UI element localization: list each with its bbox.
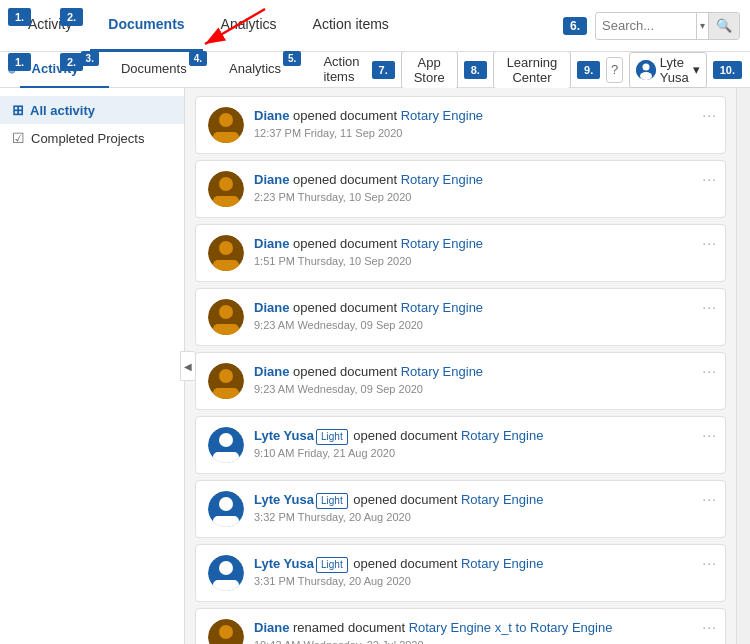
activity-item: Diane opened document Rotary Engine9:23 … <box>195 352 726 410</box>
svg-point-14 <box>219 177 233 191</box>
search-dropdown-btn[interactable]: ▾ <box>696 13 708 39</box>
user-name: Diane <box>254 108 289 123</box>
check-icon: ☑ <box>12 130 25 146</box>
activity-text: Diane renamed document Rotary Engine x_t… <box>254 619 713 637</box>
user-name: Lyte Yusa <box>254 492 314 507</box>
tab-action-items-top[interactable]: Action items <box>295 0 407 52</box>
sidebar-collapse-button[interactable]: ◀ <box>180 351 196 381</box>
grid-icon: ⊞ <box>12 102 24 118</box>
learning-center-button[interactable]: Learning Center <box>493 51 571 89</box>
avatar <box>208 299 244 335</box>
document-link[interactable]: Rotary Engine <box>401 364 483 379</box>
avatar <box>208 363 244 399</box>
activity-menu-button[interactable]: ··· <box>702 107 717 123</box>
help-button[interactable]: ? <box>606 57 622 83</box>
activity-item: Diane opened document Rotary Engine9:23 … <box>195 288 726 346</box>
avatar <box>208 491 244 527</box>
activity-content: Lyte YusaLight opened document Rotary En… <box>254 491 713 523</box>
document-link[interactable]: Rotary Engine <box>401 172 483 187</box>
tab-analytics-second[interactable]: Analytics 5. <box>217 52 311 88</box>
search-input[interactable] <box>596 18 696 33</box>
light-badge: Light <box>316 493 348 509</box>
svg-point-32 <box>219 561 233 575</box>
svg-rect-12 <box>213 132 239 143</box>
activity-content: Diane opened document Rotary Engine1:51 … <box>254 235 713 267</box>
activity-item: Lyte YusaLight opened document Rotary En… <box>195 480 726 538</box>
svg-point-35 <box>219 625 233 639</box>
user-menu-button[interactable]: Lyte Yusa ▾ <box>629 52 707 88</box>
svg-rect-24 <box>213 388 239 399</box>
document-link[interactable]: Rotary Engine <box>401 300 483 315</box>
activity-time: 9:23 AM Wednesday, 09 Sep 2020 <box>254 319 713 331</box>
activity-menu-button[interactable]: ··· <box>702 171 717 187</box>
activity-content: Lyte YusaLight opened document Rotary En… <box>254 427 713 459</box>
activity-content: Diane opened document Rotary Engine9:23 … <box>254 299 713 331</box>
svg-point-29 <box>219 497 233 511</box>
svg-point-20 <box>219 305 233 319</box>
avatar <box>208 619 244 644</box>
document-link[interactable]: Rotary Engine <box>401 108 483 123</box>
app-store-button[interactable]: App Store <box>401 51 458 89</box>
activity-menu-button[interactable]: ··· <box>702 235 717 251</box>
label-5: 5. <box>283 51 301 66</box>
search-box[interactable]: ▾ 🔍 <box>595 12 740 40</box>
document-link[interactable]: Rotary Engine <box>461 556 543 571</box>
activity-menu-button[interactable]: ··· <box>702 619 717 635</box>
tab-documents-top[interactable]: Documents <box>90 0 202 52</box>
user-name: Diane <box>254 172 289 187</box>
main-area: ⊞ All activity ☑ Completed Projects ◀ Di… <box>0 88 750 644</box>
light-badge: Light <box>316 557 348 573</box>
activity-feed: Diane opened document Rotary Engine12:37… <box>185 88 736 644</box>
label-7: 7. <box>372 61 395 79</box>
user-name: Diane <box>254 620 289 635</box>
avatar <box>208 235 244 271</box>
activity-menu-button[interactable]: ··· <box>702 555 717 571</box>
activity-time: 9:10 AM Friday, 21 Aug 2020 <box>254 447 713 459</box>
user-name: Diane <box>254 300 289 315</box>
activity-time: 2:23 PM Thursday, 10 Sep 2020 <box>254 191 713 203</box>
search-button[interactable]: 🔍 <box>708 13 739 39</box>
document-link[interactable]: Rotary Engine <box>461 428 543 443</box>
svg-point-9 <box>640 72 652 80</box>
label-8: 8. <box>464 61 487 79</box>
scrollbar[interactable] <box>736 88 750 644</box>
activity-time: 12:37 PM Friday, 11 Sep 2020 <box>254 127 713 139</box>
document-link[interactable]: Rotary Engine <box>401 236 483 251</box>
activity-item: Diane renamed document Rotary Engine x_t… <box>195 608 726 644</box>
second-navigation: 1. 2. Activity 3. Documents 4. Analytics… <box>0 52 750 88</box>
activity-menu-button[interactable]: ··· <box>702 491 717 507</box>
activity-content: Diane renamed document Rotary Engine x_t… <box>254 619 713 644</box>
sidebar-item-completed-projects[interactable]: ☑ Completed Projects <box>0 124 184 152</box>
svg-rect-33 <box>213 580 239 591</box>
top-nav-right: 6. ▾ 🔍 <box>563 12 740 40</box>
label-4: 4. <box>189 51 207 66</box>
document-link[interactable]: Rotary Engine <box>461 492 543 507</box>
tab-analytics-top[interactable]: Analytics <box>203 0 295 52</box>
top-navigation: 1. 2. Activity Documents Analytics Actio… <box>0 0 750 52</box>
activity-menu-button[interactable]: ··· <box>702 299 717 315</box>
svg-point-23 <box>219 369 233 383</box>
activity-text: Lyte YusaLight opened document Rotary En… <box>254 491 713 509</box>
activity-time: 9:23 AM Wednesday, 09 Sep 2020 <box>254 383 713 395</box>
activity-content: Lyte YusaLight opened document Rotary En… <box>254 555 713 587</box>
tab-documents-second[interactable]: Documents 4. <box>109 52 217 88</box>
activity-menu-button[interactable]: ··· <box>702 363 717 379</box>
sidebar-item-all-activity[interactable]: ⊞ All activity <box>0 96 184 124</box>
svg-point-8 <box>642 63 649 70</box>
activity-time: 10:43 AM Wednesday, 22 Jul 2020 <box>254 639 713 644</box>
avatar <box>208 555 244 591</box>
label-2: 2. <box>60 8 83 26</box>
avatar <box>208 427 244 463</box>
activity-text: Diane opened document Rotary Engine <box>254 107 713 125</box>
svg-point-11 <box>219 113 233 127</box>
activity-menu-button[interactable]: ··· <box>702 427 717 443</box>
activity-item: Diane opened document Rotary Engine2:23 … <box>195 160 726 218</box>
svg-rect-21 <box>213 324 239 335</box>
user-name: Lyte Yusa <box>254 556 314 571</box>
label-9: 9. <box>577 61 600 79</box>
activity-content: Diane opened document Rotary Engine12:37… <box>254 107 713 139</box>
activity-content: Diane opened document Rotary Engine9:23 … <box>254 363 713 395</box>
tab-action-items-second[interactable]: Action items <box>311 52 371 88</box>
activity-content: Diane opened document Rotary Engine2:23 … <box>254 171 713 203</box>
avatar <box>636 60 656 80</box>
